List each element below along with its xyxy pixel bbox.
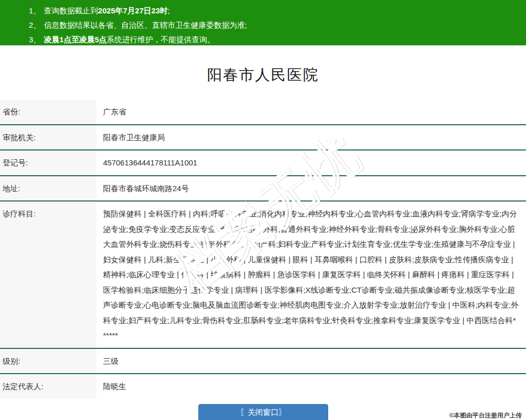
row-value: 广东省: [96, 99, 526, 124]
row-value: 45706136444178111A1001: [96, 150, 526, 175]
hospital-title: 阳春市人民医院: [0, 65, 526, 86]
row-value: 三级: [96, 349, 526, 374]
row-label: 级别:: [0, 349, 96, 374]
table-row-address: 地址: 阳春市春城环城南路24号: [0, 176, 526, 202]
close-window-button[interactable]: 〖关闭窗口〗: [198, 404, 328, 420]
row-label: 地址:: [0, 176, 96, 201]
table-row-province: 省份: 广东省: [0, 99, 526, 125]
notice-text: 信息数据结果以各省、自治区、直辖市卫生健康委数据为准;: [44, 21, 247, 29]
table-row-level: 级别: 三级: [0, 349, 526, 375]
notice-banner: 1、查询数据截止到2025年7月27日23时; 2、信息数据结果以各省、自治区、…: [0, 0, 526, 45]
table-row-approval-authority: 审批机关: 阳春市卫生健康局: [0, 125, 526, 151]
button-container: 〖关闭窗口〗: [0, 404, 526, 420]
row-label: 审批机关:: [0, 125, 96, 150]
row-label: 诊疗科目:: [0, 201, 96, 348]
notice-line-1: 1、查询数据截止到2025年7月27日23时;: [0, 4, 526, 18]
notice-line-2: 2、信息数据结果以各省、自治区、直辖市卫生健康委数据为准;: [0, 18, 526, 32]
upload-credit-watermark: ©本图由平台注册用户上传: [449, 411, 522, 420]
notice-text: ;: [167, 6, 169, 15]
hospital-detail-page: 1、查询数据截止到2025年7月27日23时; 2、信息数据结果以各省、自治区、…: [0, 0, 526, 420]
row-label: 法定代表人:: [0, 374, 96, 399]
notice-text-bold: 凌晨1点至凌晨5点: [44, 35, 107, 44]
row-value: 阳春市卫生健康局: [96, 125, 526, 150]
row-value: 预防保健科 | 全科医疗科 | 内科;呼吸内科专业;消化内科专业;神经内科专业;…: [96, 201, 526, 348]
row-value: 陆晓生: [96, 374, 526, 399]
notice-text: 系统进行维护，不能提供查询。: [107, 35, 215, 44]
row-label: 登记号:: [0, 150, 96, 175]
table-row-medical-subjects: 诊疗科目: 预防保健科 | 全科医疗科 | 内科;呼吸内科专业;消化内科专业;神…: [0, 201, 526, 349]
notice-number: 3、: [29, 35, 41, 44]
hospital-detail-table: 省份: 广东省 审批机关: 阳春市卫生健康局 登记号: 457061364441…: [0, 99, 526, 399]
row-value: 阳春市春城环城南路24号: [96, 176, 526, 201]
notice-text-bold: 2025年7月27日23时: [98, 6, 167, 15]
table-row-registration-number: 登记号: 45706136444178111A1001: [0, 150, 526, 176]
notice-number: 2、: [29, 21, 41, 29]
notice-line-3: 3、凌晨1点至凌晨5点系统进行维护，不能提供查询。: [0, 32, 526, 47]
row-label: 省份:: [0, 99, 96, 124]
notice-text: 查询数据截止到: [44, 6, 98, 15]
table-row-legal-representative: 法定代表人: 陆晓生: [0, 374, 526, 399]
notice-number: 1、: [29, 6, 41, 15]
